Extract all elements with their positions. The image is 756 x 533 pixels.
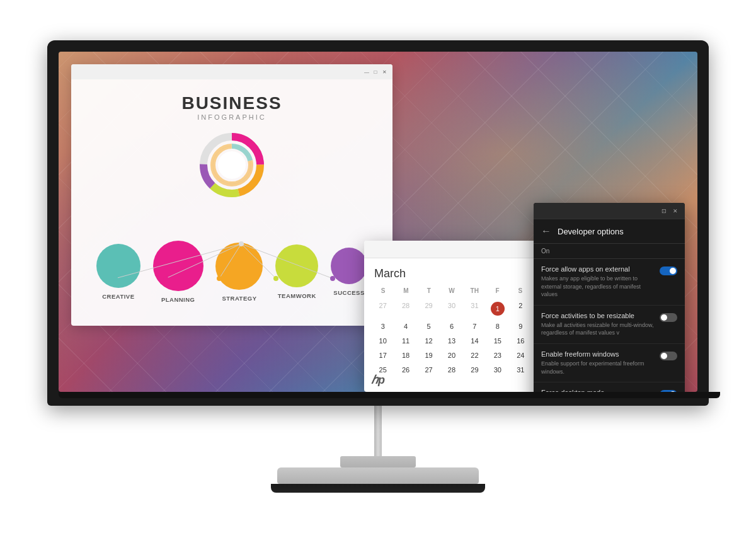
cal-day[interactable]: 28 [440, 363, 462, 377]
label-teamwork: TEAMWORK [278, 292, 316, 299]
svg-point-15 [163, 276, 168, 281]
cal-day[interactable]: 30 [440, 299, 462, 319]
cal-day[interactable]: 27 [418, 363, 440, 377]
tree-area: CREATIVE PLANNING STRATEGY [84, 241, 380, 367]
cal-day[interactable]: 11 [394, 334, 416, 348]
developer-options-panel: ⊡ ✕ ← Developer options On Force allow a… [534, 203, 685, 392]
weekday-m: M [394, 285, 417, 296]
cal-day[interactable]: 28 [394, 299, 416, 319]
dev-option-desc-2: Make all activities resizable for multi-… [541, 321, 655, 337]
cal-day[interactable]: 10 [372, 334, 394, 348]
calendar-grid: S M T W TH F S 27 28 [364, 285, 539, 386]
dev-toggle-3[interactable] [660, 352, 677, 360]
monitor-frame: — □ ✕ BUSINESS INFOGRAPHIC [47, 40, 709, 406]
infographic-topbar: — □ ✕ [71, 64, 392, 79]
dev-option-4: Force desktop mode Force experimental de… [534, 382, 685, 392]
cal-day[interactable]: 29 [464, 363, 486, 377]
infographic-subtitle: INFOGRAPHIC [84, 113, 380, 121]
dev-option-desc-1: Makes any app eligible to be written to … [541, 275, 655, 299]
dev-status-label: On [534, 244, 685, 259]
infographic-content: BUSINESS INFOGRAPHIC [84, 77, 380, 367]
svg-point-17 [273, 276, 278, 281]
cal-day[interactable]: 16 [510, 334, 532, 348]
dev-option-title-2: Force activities to be resizable [541, 312, 655, 319]
cal-day[interactable]: 6 [440, 319, 462, 333]
calendar-weekdays: S M T W TH F S [372, 285, 532, 296]
svg-point-19 [239, 241, 244, 246]
monitor-stand-base [277, 467, 479, 484]
cal-day[interactable]: 22 [464, 348, 486, 362]
minimize-icon[interactable]: — [364, 69, 370, 75]
cal-day[interactable]: 23 [486, 348, 508, 362]
cal-day[interactable]: 12 [418, 334, 440, 348]
dev-option-desc-3: Enable support for experimental freeform… [541, 360, 655, 375]
cal-day[interactable]: 7 [464, 319, 486, 333]
calendar-topbar: ⊡ ✕ [364, 241, 559, 258]
hp-logo: ℎp [371, 373, 385, 387]
label-success: SUCCESS [333, 289, 364, 296]
dev-option-2: Force activities to be resizable Make al… [534, 306, 685, 344]
monitor-stand-neck [374, 406, 382, 456]
svg-line-12 [241, 244, 276, 278]
infographic-panel: — □ ✕ BUSINESS INFOGRAPHIC [71, 64, 392, 326]
dev-option-text-3: Enable freeform windows Enable support f… [541, 350, 655, 375]
cal-day[interactable]: 31 [464, 299, 486, 319]
monitor-screen: — □ ✕ BUSINESS INFOGRAPHIC [59, 52, 697, 392]
cal-day[interactable]: 9 [510, 319, 532, 333]
cal-day[interactable]: 20 [440, 348, 462, 362]
cal-day[interactable]: 5 [418, 319, 440, 333]
infographic-title-block: BUSINESS INFOGRAPHIC [84, 93, 380, 121]
maximize-icon[interactable]: □ [372, 69, 379, 75]
svg-point-6 [218, 151, 246, 179]
monitor-stand-base-bottom [271, 484, 485, 493]
cal-day[interactable]: 31 [510, 363, 532, 377]
cal-day[interactable]: 26 [394, 363, 416, 377]
dev-close-icon[interactable]: ✕ [671, 207, 680, 215]
monitor-container: — □ ✕ BUSINESS INFOGRAPHIC [32, 40, 724, 493]
cal-day[interactable]: 3 [372, 319, 394, 333]
weekday-t1: T [418, 285, 440, 296]
dev-option-1: Force allow apps on external Makes any a… [534, 259, 685, 306]
svg-point-14 [113, 276, 118, 281]
cal-day[interactable]: 24 [510, 348, 532, 362]
dev-option-text-4: Force desktop mode Force experimental de… [541, 389, 655, 392]
cal-day[interactable]: 13 [440, 334, 462, 348]
dev-options-header: ← Developer options [534, 219, 685, 244]
dev-options-topbar: ⊡ ✕ [534, 203, 685, 219]
dev-minimize-icon[interactable]: ⊡ [660, 207, 668, 215]
close-icon[interactable]: ✕ [381, 69, 387, 75]
tree-lines [84, 241, 380, 285]
infographic-main-title: BUSINESS [84, 93, 380, 113]
donut-chart-container [84, 127, 380, 203]
label-planning: PLANNING [161, 296, 195, 303]
monitor-bottom-strip [59, 392, 720, 398]
dev-toggle-1[interactable] [660, 266, 677, 275]
cal-day[interactable]: 30 [486, 363, 508, 377]
cal-day[interactable]: 19 [418, 348, 440, 362]
cal-day[interactable]: 15 [486, 334, 508, 348]
donut-chart [194, 127, 270, 203]
calendar-days: 27 28 29 30 31 1 2 3 4 5 [372, 299, 532, 377]
dev-toggle-4[interactable] [660, 390, 677, 392]
label-creative: CREATIVE [102, 293, 134, 300]
dev-option-text-1: Force allow apps on external Makes any a… [541, 265, 655, 299]
cal-day[interactable]: 2 [510, 299, 532, 319]
cal-day[interactable]: 29 [418, 299, 440, 319]
weekday-s1: S [372, 285, 394, 296]
calendar-popup: ⊡ ✕ March S M T W TH F [364, 241, 559, 392]
cal-day[interactable]: 14 [464, 334, 486, 348]
cal-day[interactable]: 17 [372, 348, 394, 362]
cal-day[interactable]: 8 [486, 319, 508, 333]
cal-day[interactable]: 1 [486, 299, 508, 319]
weekday-s2: S [509, 285, 532, 296]
dev-back-button[interactable]: ← [541, 226, 551, 237]
svg-point-16 [217, 276, 222, 281]
cal-day[interactable]: 27 [372, 299, 394, 319]
dev-option-title-1: Force allow apps on external [541, 265, 655, 273]
weekday-w: W [440, 285, 463, 296]
svg-line-13 [241, 244, 333, 278]
cal-day[interactable]: 18 [394, 348, 416, 362]
dev-toggle-2[interactable] [660, 313, 677, 322]
weekday-f: F [486, 285, 508, 296]
cal-day[interactable]: 4 [394, 319, 416, 333]
